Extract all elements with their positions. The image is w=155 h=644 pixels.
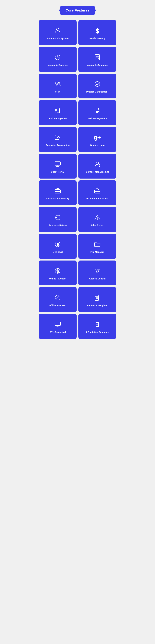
feature-card-income-expense[interactable]: Income & Expense: [39, 47, 77, 72]
project-management-icon: [94, 80, 101, 88]
offline-payment-icon: [54, 294, 61, 301]
purchase-inventory-icon: [54, 187, 61, 194]
product-service-icon: [94, 187, 101, 194]
client-portal-icon: [54, 160, 61, 168]
quotation-template-label: 4 Quotation Template: [86, 331, 109, 333]
feature-card-google-login[interactable]: g+Google Login: [78, 127, 116, 152]
income-expense-label: Income & Expense: [48, 64, 68, 66]
lead-management-label: Lead Management: [48, 117, 68, 120]
feature-card-membership-system[interactable]: Membership System: [39, 20, 77, 45]
purchase-inventory-label: Purchase & Inventory: [46, 197, 69, 200]
invoice-template-label: 4 Invoice Template: [87, 304, 107, 307]
feature-card-invoice-quotation[interactable]: Invoice & Quotation: [78, 47, 116, 72]
contact-management-label: Contact Manageemnt: [86, 171, 109, 173]
feature-card-online-payment[interactable]: $Online Payment: [39, 260, 77, 285]
crm-icon: [54, 80, 61, 88]
multi-currency-label: Multi Currency: [89, 37, 105, 40]
rtl-supported-icon: [54, 320, 61, 328]
svg-point-57: [98, 270, 99, 272]
live-chat-icon: S: [54, 240, 61, 248]
svg-text:$: $: [56, 269, 59, 274]
feature-card-client-portal[interactable]: Client Portal: [39, 154, 77, 178]
features-grid: Membership System$Multi CurrencyIncome &…: [39, 20, 116, 339]
svg-rect-66: [55, 322, 60, 326]
feature-card-invoice-template[interactable]: 4 Invoice Template: [78, 287, 116, 312]
lead-management-icon: [54, 107, 61, 114]
income-expense-icon: [54, 54, 61, 61]
feature-card-lead-management[interactable]: Lead Management: [39, 100, 77, 125]
header-badge: Core Features: [59, 6, 96, 14]
svg-rect-20: [96, 111, 97, 112]
sales-return-icon: [94, 214, 101, 221]
task-management-label: Task Management: [88, 117, 107, 120]
svg-point-56: [96, 269, 97, 270]
sales-return-label: Sales Return: [90, 224, 104, 226]
feature-card-offline-payment[interactable]: Offline Payment: [39, 287, 77, 312]
feature-card-file-manager[interactable]: File Manager: [78, 234, 116, 259]
membership-system-label: Membership System: [47, 37, 68, 40]
feature-card-recurring-transaction[interactable]: Recurring Transaction: [39, 127, 77, 152]
online-payment-icon: $: [54, 267, 61, 275]
svg-text:S: S: [57, 242, 59, 246]
svg-point-10: [58, 82, 60, 84]
google-login-label: Google Login: [90, 144, 105, 146]
svg-rect-21: [97, 111, 98, 112]
feature-card-purchase-inventory[interactable]: Purchase & Inventory: [39, 180, 77, 205]
access-control-label: Access Control: [89, 278, 106, 280]
feature-card-purchase-return[interactable]: Purchase Return: [39, 207, 77, 232]
purchase-return-label: Purchase Return: [49, 224, 67, 226]
svg-text:g+: g+: [94, 134, 101, 140]
feature-card-multi-currency[interactable]: $Multi Currency: [78, 20, 116, 45]
live-chat-label: Live Chat: [53, 251, 63, 253]
contact-management-icon: [94, 160, 101, 168]
recurring-transaction-label: Recurring Transaction: [46, 144, 70, 146]
feature-card-project-management[interactable]: Project Management: [78, 74, 116, 98]
file-manager-label: File Manager: [90, 251, 104, 253]
feature-card-task-management[interactable]: Task Management: [78, 100, 116, 125]
recurring-transaction-icon: [54, 134, 61, 141]
offline-payment-label: Offline Payment: [49, 304, 66, 307]
svg-rect-24: [97, 112, 98, 113]
svg-rect-23: [96, 112, 97, 113]
page-container: Core Features Membership System$Multi Cu…: [39, 6, 116, 339]
access-control-icon: [94, 267, 101, 275]
invoice-template-icon: [94, 294, 101, 301]
client-portal-label: Client Portal: [51, 171, 64, 173]
svg-point-35: [96, 162, 99, 164]
svg-line-60: [56, 296, 59, 299]
feature-card-product-service[interactable]: Product and Service: [78, 180, 116, 205]
svg-rect-22: [98, 111, 99, 112]
svg-rect-31: [55, 162, 60, 165]
svg-point-48: [97, 219, 98, 220]
invoice-quotation-label: Invoice & Quotation: [87, 64, 108, 66]
project-management-label: Project Management: [86, 90, 108, 93]
svg-text:$: $: [96, 28, 99, 34]
purchase-return-icon: [54, 214, 61, 221]
feature-card-crm[interactable]: CRM: [39, 74, 77, 98]
feature-card-rtl-supported[interactable]: RTL Supported: [39, 314, 77, 339]
svg-point-58: [96, 272, 97, 273]
svg-point-9: [55, 82, 57, 84]
google-login-icon: g+: [94, 134, 101, 141]
feature-card-live-chat[interactable]: SLive Chat: [39, 234, 77, 259]
crm-label: CRM: [55, 90, 60, 93]
rtl-supported-label: RTL Supported: [50, 331, 66, 333]
multi-currency-icon: $: [94, 27, 101, 34]
task-management-icon: [94, 107, 101, 114]
file-manager-icon: [94, 240, 101, 248]
membership-system-icon: [54, 27, 61, 34]
svg-point-11: [57, 82, 59, 84]
quotation-template-icon: [94, 320, 101, 328]
svg-point-12: [95, 82, 100, 86]
invoice-quotation-icon: [94, 54, 101, 61]
feature-card-sales-return[interactable]: Sales Return: [78, 207, 116, 232]
feature-card-contact-management[interactable]: Contact Manageemnt: [78, 154, 116, 178]
feature-card-access-control[interactable]: Access Control: [78, 260, 116, 285]
svg-point-0: [56, 28, 59, 30]
product-service-label: Product and Service: [86, 197, 108, 200]
online-payment-label: Online Payment: [49, 278, 66, 280]
feature-card-quotation-template[interactable]: 4 Quotation Template: [78, 314, 116, 339]
